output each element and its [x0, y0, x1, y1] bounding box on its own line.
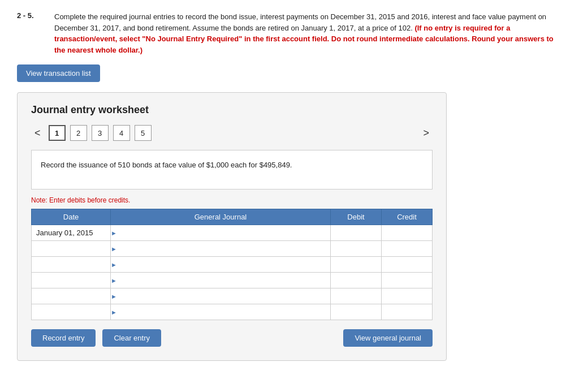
credit-input-2[interactable]: [382, 241, 432, 256]
credit-cell-3[interactable]: [382, 257, 433, 273]
row-arrow-5: ►: [111, 293, 117, 300]
debit-cell-1[interactable]: [331, 225, 382, 241]
journal-cell-4[interactable]: ►: [111, 273, 331, 288]
table-row: January 01, 2015 ►: [32, 225, 433, 241]
entry-description: Record the issuance of 510 bonds at face…: [31, 150, 433, 189]
problem-number: 2 - 5.: [17, 11, 45, 55]
action-buttons: Record entry Clear entry View general jo…: [31, 329, 433, 347]
table-row: ►: [32, 257, 433, 273]
journal-input-4[interactable]: [119, 273, 330, 288]
col-header-journal: General Journal: [111, 209, 331, 225]
debit-input-2[interactable]: [331, 241, 381, 256]
credit-input-4[interactable]: [382, 273, 432, 288]
table-row: ►: [32, 241, 433, 257]
date-cell-3: [32, 257, 111, 273]
date-cell-2: [32, 241, 111, 257]
table-row: ►: [32, 273, 433, 288]
journal-input-1[interactable]: [119, 225, 330, 240]
credit-cell-4[interactable]: [382, 273, 433, 288]
debit-input-6[interactable]: [331, 304, 381, 320]
prev-page-button[interactable]: <: [31, 126, 44, 140]
row-arrow-4: ►: [111, 277, 117, 284]
view-general-journal-button[interactable]: View general journal: [343, 329, 433, 347]
page-2-button[interactable]: 2: [70, 125, 87, 141]
debit-input-3[interactable]: [331, 257, 381, 272]
journal-cell-1[interactable]: ►: [111, 225, 331, 241]
date-cell-6: [32, 304, 111, 320]
journal-cell-5[interactable]: ►: [111, 288, 331, 304]
col-header-debit: Debit: [331, 209, 382, 225]
journal-table: Date General Journal Debit Credit Januar…: [31, 209, 433, 320]
page-3-button[interactable]: 3: [92, 125, 109, 141]
date-cell-5: [32, 288, 111, 304]
debit-cell-6[interactable]: [331, 304, 382, 320]
col-header-credit: Credit: [382, 209, 433, 225]
journal-input-2[interactable]: [119, 241, 330, 256]
next-page-button[interactable]: >: [420, 126, 433, 140]
problem-section: 2 - 5. Complete the required journal ent…: [17, 11, 562, 55]
date-cell-4: [32, 273, 111, 288]
description-text: Record the issuance of 510 bonds at face…: [41, 161, 292, 169]
problem-description: Complete the required journal entries to…: [54, 11, 562, 55]
debit-input-1[interactable]: [331, 225, 381, 240]
pagination: < 1 2 3 4 5 >: [31, 125, 433, 141]
credit-input-1[interactable]: [382, 225, 432, 240]
journal-cell-3[interactable]: ►: [111, 257, 331, 273]
clear-entry-button[interactable]: Clear entry: [102, 329, 161, 347]
page-4-button[interactable]: 4: [113, 125, 130, 141]
note-text: Note: Enter debits before credits.: [31, 196, 433, 204]
debit-cell-2[interactable]: [331, 241, 382, 257]
table-row: ►: [32, 288, 433, 304]
debit-input-4[interactable]: [331, 273, 381, 288]
worksheet-title: Journal entry worksheet: [31, 104, 433, 116]
journal-cell-2[interactable]: ►: [111, 241, 331, 257]
credit-input-5[interactable]: [382, 288, 432, 304]
credit-cell-2[interactable]: [382, 241, 433, 257]
debit-cell-4[interactable]: [331, 273, 382, 288]
row-arrow-3: ►: [111, 261, 117, 268]
debit-cell-5[interactable]: [331, 288, 382, 304]
journal-input-5[interactable]: [119, 288, 330, 304]
journal-input-3[interactable]: [119, 257, 330, 272]
record-entry-button[interactable]: Record entry: [31, 329, 96, 347]
row-arrow-1: ►: [111, 230, 117, 236]
credit-cell-6[interactable]: [382, 304, 433, 320]
row-arrow-6: ►: [111, 309, 117, 316]
date-cell-1: January 01, 2015: [32, 225, 111, 241]
journal-cell-6[interactable]: ►: [111, 304, 331, 320]
worksheet-container: Journal entry worksheet < 1 2 3 4 5 > Re…: [17, 92, 447, 361]
view-transaction-button[interactable]: View transaction list: [17, 64, 100, 82]
page-1-button[interactable]: 1: [49, 125, 66, 141]
table-row: ►: [32, 304, 433, 320]
credit-cell-1[interactable]: [382, 225, 433, 241]
journal-input-6[interactable]: [119, 304, 330, 320]
debit-cell-3[interactable]: [331, 257, 382, 273]
page-5-button[interactable]: 5: [135, 125, 152, 141]
debit-input-5[interactable]: [331, 288, 381, 304]
credit-input-3[interactable]: [382, 257, 432, 272]
col-header-date: Date: [32, 209, 111, 225]
credit-cell-5[interactable]: [382, 288, 433, 304]
credit-input-6[interactable]: [382, 304, 432, 320]
row-arrow-2: ►: [111, 245, 117, 252]
